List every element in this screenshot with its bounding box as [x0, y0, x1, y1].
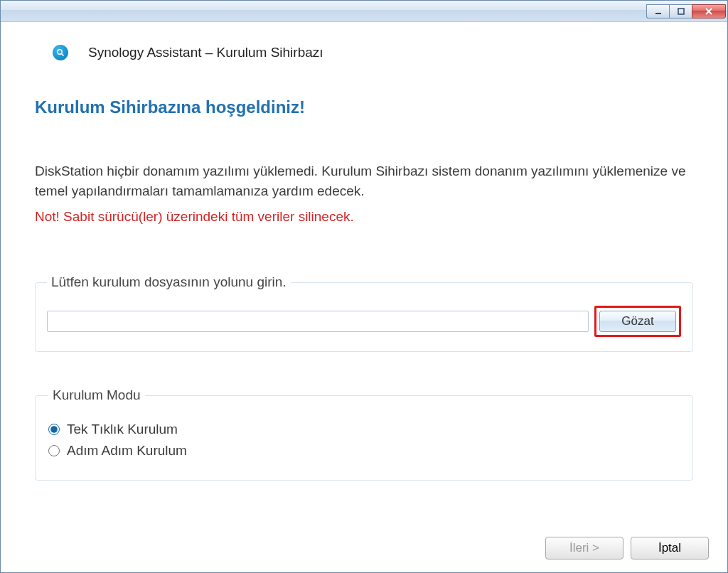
- browse-button[interactable]: Gözat: [599, 311, 676, 332]
- mode-legend: Kurulum Modu: [48, 387, 145, 403]
- app-window: Synology Assistant – Kurulum Sihirbazı K…: [0, 0, 728, 573]
- svg-rect-0: [655, 13, 661, 14]
- svg-rect-1: [678, 9, 684, 14]
- cancel-button[interactable]: İptal: [631, 537, 709, 559]
- next-button[interactable]: İleri >: [545, 537, 623, 559]
- browse-highlight: Gözat: [594, 306, 681, 337]
- minimize-button[interactable]: [646, 4, 669, 18]
- description-text: DiskStation hiçbir donamım yazılımı yükl…: [35, 161, 693, 200]
- footer: İleri > İptal: [545, 537, 709, 559]
- welcome-heading: Kurulum Sihirbazına hoşgeldiniz!: [35, 97, 693, 117]
- path-input[interactable]: [47, 311, 589, 332]
- window-controls: [646, 4, 726, 18]
- svg-point-2: [58, 50, 62, 54]
- main-area: Kurulum Sihirbazına hoşgeldiniz! DiskSta…: [1, 69, 727, 481]
- app-title: Synology Assistant – Kurulum Sihirbazı: [88, 45, 323, 60]
- maximize-button[interactable]: [669, 4, 692, 18]
- mode-fieldset: Kurulum Modu Tek Tıklık Kurulum Adım Adı…: [35, 387, 693, 481]
- content-area: Synology Assistant – Kurulum Sihirbazı K…: [1, 22, 727, 481]
- radio-one-click[interactable]: [48, 424, 60, 435]
- mode-option-one-click[interactable]: Tek Tıklık Kurulum: [48, 422, 680, 437]
- mode-option-step-by-step[interactable]: Adım Adım Kurulum: [48, 443, 680, 459]
- path-legend: Lütfen kurulum dosyasının yolunu girin.: [47, 274, 291, 290]
- mode-label: Adım Adım Kurulum: [67, 443, 187, 459]
- app-icon: [53, 45, 68, 60]
- svg-line-3: [62, 54, 64, 56]
- titlebar: [1, 1, 727, 22]
- path-fieldset: Lütfen kurulum dosyasının yolunu girin. …: [35, 274, 693, 352]
- warning-text: Not! Sabit sürücü(ler) üzerindeki tüm ve…: [35, 209, 693, 225]
- radio-step-by-step[interactable]: [48, 445, 60, 456]
- close-button[interactable]: [692, 4, 726, 18]
- mode-label: Tek Tıklık Kurulum: [67, 422, 178, 437]
- header: Synology Assistant – Kurulum Sihirbazı: [1, 22, 727, 69]
